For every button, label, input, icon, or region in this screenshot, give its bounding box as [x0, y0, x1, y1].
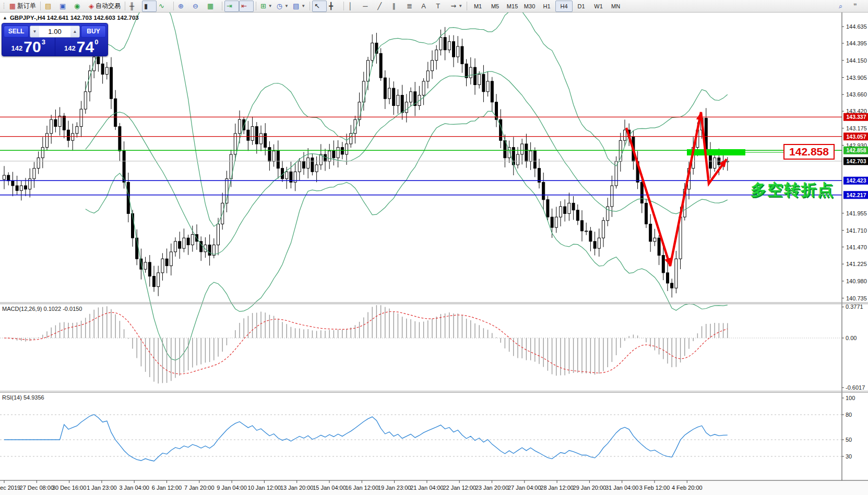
zoom-in-icon: ⊕ — [178, 1, 184, 11]
svg-text:141.710: 141.710 — [846, 227, 867, 234]
timeframe-w1-button[interactable]: W1 — [590, 1, 607, 12]
svg-text:143.175: 143.175 — [846, 125, 867, 131]
chart-shift-icon: ⇤ — [241, 1, 247, 11]
toolbar-separator — [222, 2, 222, 10]
candlestick-chart-icon: ▮ — [144, 1, 148, 11]
zoom-out-button[interactable]: ⊖ — [191, 1, 205, 12]
auto-scroll-button[interactable]: ⇥ — [224, 1, 239, 12]
buy-button[interactable]: BUY — [81, 26, 106, 38]
volume-down-icon[interactable]: ▼ — [30, 26, 39, 37]
crosshair-button[interactable]: ╋ — [327, 1, 341, 12]
timeframe-m1-button[interactable]: M1 — [469, 1, 486, 12]
volume-value[interactable]: 1.00 — [39, 26, 70, 37]
buy-price-point: 0 — [94, 38, 98, 46]
trendline-button[interactable]: ╱ — [375, 1, 390, 12]
symbol-info: ▲ GBPJPY-,H4 142.641 142.703 142.603 142… — [3, 15, 139, 21]
svg-text:29 Jan 20:00: 29 Jan 20:00 — [573, 485, 607, 491]
annotation-note-text[interactable]: 多空转折点 — [751, 179, 834, 201]
zoom-in-button[interactable]: ⊕ — [176, 1, 191, 12]
cursor-icon: ↖ — [314, 1, 320, 11]
svg-text:143.337: 143.337 — [847, 114, 866, 120]
chevron-down-icon: ▼ — [284, 4, 289, 8]
fibonacci-button[interactable]: ≣ — [405, 1, 419, 12]
toolbar-separator — [256, 2, 256, 10]
macd-pane — [0, 305, 842, 383]
equidistant-channel-icon: ∥ — [392, 1, 396, 11]
axes[interactable]: 144.635144.395144.150143.905143.660143.4… — [0, 13, 868, 480]
svg-text:140.980: 140.980 — [846, 278, 867, 284]
chevron-down-icon: ▼ — [268, 4, 272, 8]
support-zone-bar[interactable] — [687, 149, 745, 155]
chat-button[interactable]: ❞ — [851, 1, 866, 12]
vertical-line-icon: │ — [348, 1, 352, 11]
bar-chart-button[interactable]: ╫ — [127, 1, 142, 12]
svg-text:100: 100 — [846, 395, 855, 401]
horizontal-line-button[interactable]: ─ — [361, 1, 375, 12]
market-watch-button[interactable]: ▤ — [43, 1, 57, 12]
collapse-icon[interactable]: ▲ — [3, 15, 7, 20]
timeframe-m30-button[interactable]: M30 — [521, 1, 538, 12]
tile-windows-icon: ▦ — [207, 1, 213, 11]
chevron-down-icon: ▼ — [458, 4, 462, 8]
trendline-icon: ╱ — [377, 1, 382, 11]
volume-up-icon[interactable]: ▲ — [70, 26, 79, 37]
data-window-button[interactable]: ▣ — [57, 1, 72, 12]
price-alert-box[interactable]: 142.858 — [783, 144, 835, 160]
search-button[interactable]: ⌕ — [837, 1, 851, 12]
chart-canvas[interactable]: 144.635144.395144.150143.905143.660143.4… — [0, 0, 868, 495]
buy-price[interactable]: 142 74 0 — [55, 38, 108, 56]
timeframe-h1-button[interactable]: H1 — [538, 1, 555, 12]
svg-text:143.057: 143.057 — [847, 134, 866, 140]
svg-text:3 Feb 12:00: 3 Feb 12:00 — [639, 485, 670, 491]
svg-text:50: 50 — [846, 437, 852, 443]
svg-text:3 Jan 04:00: 3 Jan 04:00 — [119, 485, 149, 491]
new-order-button-label: 新订单 — [17, 2, 36, 10]
sell-button[interactable]: SELL — [4, 26, 29, 38]
buy-price-pips: 74 — [77, 40, 94, 54]
svg-text:27 Jan 04:00: 27 Jan 04:00 — [508, 485, 541, 491]
tile-windows-button[interactable]: ▦ — [205, 1, 220, 12]
autotrading-button[interactable]: ◈自动交易 — [87, 1, 123, 12]
candlestick-chart-button[interactable]: ▮ — [142, 1, 157, 12]
svg-text:143.905: 143.905 — [846, 75, 867, 81]
vertical-line-button[interactable]: │ — [346, 1, 361, 12]
svg-text:30 Dec 16:00: 30 Dec 16:00 — [52, 485, 86, 491]
svg-text:27 Dec 08:00: 27 Dec 08:00 — [20, 485, 54, 491]
arrows-button[interactable]: ⇝▼ — [448, 1, 465, 12]
timeframe-h4-button[interactable]: H4 — [555, 1, 573, 12]
svg-text:10 Jan 12:00: 10 Jan 12:00 — [248, 485, 281, 491]
svg-text:4 Feb 20:00: 4 Feb 20:00 — [672, 485, 703, 491]
svg-text:0.00: 0.00 — [846, 335, 857, 341]
svg-text:143.660: 143.660 — [846, 91, 867, 98]
macd-indicator-label: MACD(12,26,9) 0.1022 -0.0150 — [2, 306, 82, 312]
equidistant-channel-button[interactable]: ∥ — [390, 1, 405, 12]
toolbar-separator — [310, 2, 310, 10]
cursor-button[interactable]: ↖ — [312, 1, 327, 12]
bar-chart-icon: ╫ — [129, 1, 134, 11]
timeframe-m15-button[interactable]: M15 — [504, 1, 521, 12]
line-chart-button[interactable]: ∿ — [157, 1, 171, 12]
svg-text:19 Jan 23:00: 19 Jan 23:00 — [378, 485, 411, 491]
svg-text:13 Jan 20:00: 13 Jan 20:00 — [280, 485, 314, 491]
text-button[interactable]: A — [419, 1, 434, 12]
time-axis[interactable]: 26 Dec 201927 Dec 08:0030 Dec 16:001 Jan… — [0, 480, 868, 495]
chart-shift-button[interactable]: ⇤ — [239, 1, 254, 12]
zoom-out-icon: ⊖ — [193, 1, 198, 11]
indicators-button[interactable]: ⊞▼ — [258, 1, 275, 12]
chat-icon: ❞ — [853, 1, 857, 11]
text-icon: A — [421, 1, 426, 11]
svg-text:16 Jan 12:00: 16 Jan 12:00 — [345, 485, 378, 491]
signals-button[interactable]: ◉ — [72, 1, 87, 12]
label-icon: T — [436, 1, 440, 11]
new-order-button[interactable]: ▦新订单 — [7, 1, 38, 12]
periods-button[interactable]: ◷▼ — [275, 1, 291, 12]
timeframe-mn-button[interactable]: MN — [607, 1, 624, 12]
svg-text:7 Jan 20:00: 7 Jan 20:00 — [184, 485, 215, 491]
svg-text:21 Jan 04:00: 21 Jan 04:00 — [410, 485, 444, 491]
timeframe-d1-button[interactable]: D1 — [573, 1, 590, 12]
label-button[interactable]: T — [434, 1, 448, 12]
timeframe-m5-button[interactable]: M5 — [486, 1, 504, 12]
svg-text:142.858: 142.858 — [847, 147, 866, 153]
sell-price[interactable]: 142 70 3 — [2, 38, 55, 56]
templates-button[interactable]: ▤▼ — [291, 1, 307, 12]
